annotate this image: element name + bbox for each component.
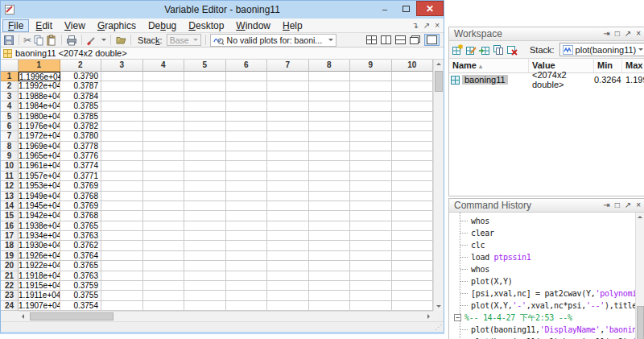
document-tab[interactable]: baoning11 <2074x2 double> xyxy=(1,48,444,60)
close-icon[interactable]: × xyxy=(636,201,641,209)
cell-r20c7[interactable] xyxy=(267,261,309,271)
cell-r10c10[interactable] xyxy=(392,161,434,171)
scroll-right-icon[interactable] xyxy=(427,314,430,319)
cell-r2c8[interactable] xyxy=(309,81,351,91)
cell-r10c4[interactable] xyxy=(143,161,185,171)
cell-r5c2[interactable]: 0.3785 xyxy=(60,112,102,122)
import-data-button[interactable] xyxy=(479,44,490,56)
layout-cascade-icon[interactable] xyxy=(410,35,420,44)
brush-dropdown-caret[interactable] xyxy=(101,39,106,43)
collapse-icon[interactable]: − xyxy=(454,314,461,321)
cell-r5c1[interactable]: 1.1980e+04 xyxy=(19,112,60,122)
cell-r16c1[interactable]: 1.1938e+04 xyxy=(19,221,60,231)
cell-r2c5[interactable] xyxy=(184,81,226,91)
cell-r7c4[interactable] xyxy=(143,131,185,141)
cell-r23c8[interactable] xyxy=(309,291,351,300)
cell-r19c4[interactable] xyxy=(143,251,185,261)
cell-r4c2[interactable]: 0.3785 xyxy=(60,101,102,111)
cell-r3c2[interactable]: 0.3784 xyxy=(60,92,102,101)
cell-r23c3[interactable] xyxy=(101,291,143,300)
cell-r7c7[interactable] xyxy=(267,131,309,141)
row-header-16[interactable]: 16 xyxy=(1,221,19,231)
cell-r18c7[interactable] xyxy=(267,241,309,250)
cell-r12c1[interactable]: 1.1953e+04 xyxy=(19,181,60,191)
cell-r21c10[interactable] xyxy=(392,271,434,281)
row-header-13[interactable]: 13 xyxy=(1,192,19,201)
cell-r12c3[interactable] xyxy=(101,181,143,191)
history-scroll-thumb[interactable] xyxy=(637,306,644,339)
cell-r8c3[interactable] xyxy=(101,142,143,151)
cell-r24c4[interactable] xyxy=(143,301,185,311)
cell-r6c8[interactable] xyxy=(309,122,351,131)
cell-r1c9[interactable] xyxy=(350,72,392,81)
cell-r1c7[interactable] xyxy=(267,72,309,81)
cell-r10c9[interactable] xyxy=(350,161,392,171)
cell-r7c1[interactable]: 1.1972e+04 xyxy=(19,131,60,141)
history-scrollbar[interactable] xyxy=(635,213,644,339)
cell-r9c7[interactable] xyxy=(267,151,309,161)
cell-r17c7[interactable] xyxy=(267,231,309,241)
cell-r11c7[interactable] xyxy=(267,172,309,181)
cell-r22c1[interactable]: 1.1915e+04 xyxy=(19,281,60,291)
cell-r17c4[interactable] xyxy=(143,231,185,241)
cell-r22c5[interactable] xyxy=(184,281,226,291)
cell-r5c7[interactable] xyxy=(267,112,309,122)
cell-r4c8[interactable] xyxy=(309,101,351,111)
cell-r23c5[interactable] xyxy=(184,291,226,300)
cell-r17c3[interactable] xyxy=(101,231,143,241)
cell-r8c8[interactable] xyxy=(309,142,351,151)
cell-r17c2[interactable]: 0.3763 xyxy=(60,231,102,241)
cell-r22c8[interactable] xyxy=(309,281,351,291)
cell-r19c8[interactable] xyxy=(309,251,351,261)
cell-r5c10[interactable] xyxy=(392,112,434,122)
cell-r12c5[interactable] xyxy=(184,181,226,191)
cell-r4c6[interactable] xyxy=(226,101,268,111)
row-header-19[interactable]: 19 xyxy=(1,251,19,261)
cell-r1c5[interactable] xyxy=(184,72,226,81)
cell-r4c3[interactable] xyxy=(101,101,143,111)
cut-button[interactable]: ✂ xyxy=(23,35,31,46)
cell-r21c7[interactable] xyxy=(267,271,309,281)
open-selection-button[interactable] xyxy=(115,35,126,46)
cell-r13c8[interactable] xyxy=(309,192,351,201)
cell-r24c7[interactable] xyxy=(267,301,309,311)
print-button[interactable] xyxy=(66,35,77,46)
cell-r1c2[interactable]: 0.3790 xyxy=(60,72,102,81)
cell-r3c5[interactable] xyxy=(184,92,226,101)
cell-r21c2[interactable]: 0.3763 xyxy=(60,271,102,281)
menu-file[interactable]: File xyxy=(2,19,29,32)
cell-r13c1[interactable]: 1.1949e+04 xyxy=(19,192,60,201)
cell-r19c6[interactable] xyxy=(226,251,268,261)
cell-r14c6[interactable] xyxy=(226,201,268,211)
cell-r14c10[interactable] xyxy=(392,201,434,211)
history-command[interactable]: plot(X,Y) xyxy=(460,275,635,287)
save-button[interactable] xyxy=(3,35,14,46)
new-variable-button[interactable]: ✱ xyxy=(452,44,463,56)
cell-r2c2[interactable]: 0.3787 xyxy=(60,81,102,91)
cell-r16c4[interactable] xyxy=(143,221,185,231)
cell-r15c10[interactable] xyxy=(392,211,434,221)
cell-r12c6[interactable] xyxy=(226,181,268,191)
brush-button[interactable] xyxy=(86,35,106,46)
cell-r5c5[interactable] xyxy=(184,112,226,122)
cell-r10c8[interactable] xyxy=(309,161,351,171)
cell-r18c5[interactable] xyxy=(184,241,226,250)
history-command[interactable]: [psi,xval,nc] = pat2cwav(Y,'polynomial',… xyxy=(460,287,635,300)
workspace-variable-row[interactable]: baoning11 <2074x2 double> 0.3264 1.1996 xyxy=(449,73,644,86)
cell-r23c10[interactable] xyxy=(392,291,434,300)
cell-r16c6[interactable] xyxy=(226,221,268,231)
cell-r19c7[interactable] xyxy=(267,251,309,261)
cell-r9c3[interactable] xyxy=(101,151,143,161)
cell-r10c1[interactable]: 1.1961e+04 xyxy=(19,161,60,171)
cell-r12c4[interactable] xyxy=(143,181,185,191)
cell-r16c3[interactable] xyxy=(101,221,143,231)
layout-rows-icon[interactable] xyxy=(395,35,406,44)
cell-r23c4[interactable] xyxy=(143,291,185,300)
cell-r24c9[interactable] xyxy=(350,301,392,311)
row-header-5[interactable]: 5 xyxy=(1,112,19,122)
cell-r20c2[interactable]: 0.3765 xyxy=(60,261,102,271)
menu-window[interactable]: Window xyxy=(230,19,276,32)
column-header-min[interactable]: Min xyxy=(594,59,622,72)
horizontal-scrollbar[interactable] xyxy=(19,311,433,321)
cell-r23c9[interactable] xyxy=(350,291,392,300)
